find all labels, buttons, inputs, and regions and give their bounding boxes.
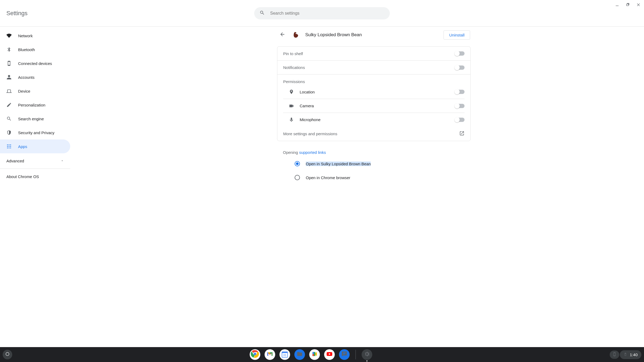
calendar-icon: 31 [281,351,288,358]
radio-open-in-chrome[interactable]: Open in Chrome browser [283,171,465,184]
permission-camera-label: Camera [300,104,450,108]
sidebar-item-label: Personalization [18,103,45,107]
window-minimize-icon[interactable] [614,2,620,7]
launcher-button[interactable] [3,350,12,359]
youtube-icon [326,350,333,359]
sidebar-item-accounts[interactable]: Accounts [0,70,70,84]
permission-camera-toggle[interactable] [455,104,465,108]
svg-point-9 [10,147,11,148]
svg-point-2 [9,145,9,145]
camera-icon [288,103,294,109]
sidebar-item-connected-devices[interactable]: Connected devices [0,56,70,70]
svg-rect-16 [271,352,272,356]
shelf-app-messages[interactable] [339,349,350,360]
svg-point-1 [7,145,8,145]
tray-clock: 1:40 [630,352,638,357]
app-detail-header: Sulky Lopsided Brown Bean Uninstall [277,27,471,43]
person-icon [6,75,12,80]
more-settings-row[interactable]: More settings and permissions [277,126,470,141]
gear-icon [364,351,370,358]
svg-rect-0 [616,6,619,6]
open-external-icon [459,131,465,137]
sidebar-about-label: About Chrome OS [6,174,39,179]
phone-icon [6,61,12,66]
svg-point-4 [7,146,8,147]
permissions-heading: Permissions [277,75,470,84]
microphone-icon [288,117,294,122]
location-icon [288,89,294,94]
permission-microphone-label: Microphone [300,117,450,122]
sidebar-advanced[interactable]: Advanced [0,153,70,169]
radio-icon [295,161,300,166]
permission-location-row: Location [283,85,465,99]
app-icon [292,31,300,39]
notifications-label: Notifications [283,65,455,70]
shelf-app-settings[interactable] [362,349,372,360]
search-icon [260,10,265,17]
sidebar-item-search-engine[interactable]: Search engine [0,112,70,126]
shelf-app-meet[interactable] [309,349,320,360]
search-icon [6,116,12,121]
radio-icon [295,175,300,180]
shelf-app-youtube[interactable] [324,349,335,360]
permission-microphone-toggle[interactable] [455,118,465,122]
radio-open-in-app[interactable]: Open in Sulky Lopsided Brown Bean [283,157,465,171]
back-button[interactable] [277,30,288,40]
sidebar-item-label: Connected devices [18,61,52,66]
shelf-app-files[interactable] [294,349,305,360]
supported-links-link[interactable]: supported links [299,150,326,155]
shelf-app-gmail[interactable] [265,349,275,360]
sidebar-item-label: Search engine [18,117,44,121]
meet-icon [311,351,318,359]
sidebar-item-label: Security and Privacy [18,130,55,135]
sidebar-about[interactable]: About Chrome OS [0,169,70,184]
bluetooth-icon [6,47,12,52]
sidebar-advanced-label: Advanced [6,159,24,163]
sidebar-item-label: Accounts [18,75,35,80]
svg-rect-15 [267,352,268,356]
svg-point-7 [7,147,8,148]
shelf-app-chrome[interactable] [250,349,260,360]
sidebar-item-label: Device [18,89,30,93]
shelf-app-calendar[interactable]: 31 [279,349,290,360]
opening-prefix: Opening [283,150,299,155]
pin-to-shelf-row: Pin to shelf [277,47,470,60]
phone-icon [612,352,617,357]
sidebar: Network Bluetooth Connected devices Acco… [0,27,70,347]
svg-point-6 [10,146,11,147]
sidebar-item-device[interactable]: Device [0,84,70,98]
search-input[interactable] [270,11,384,16]
files-icon [297,351,303,358]
window-close-icon[interactable] [635,2,641,7]
more-settings-label: More settings and permissions [283,131,337,136]
shelf: 31 1:40 [0,347,644,362]
permission-location-toggle[interactable] [455,90,465,94]
sidebar-item-personalization[interactable]: Personalization [0,98,70,112]
app-name: Sulky Lopsided Brown Bean [305,32,439,38]
launcher-circle-icon [5,352,10,357]
laptop-icon [6,88,12,94]
svg-point-5 [9,146,9,147]
sidebar-item-label: Apps [18,144,27,149]
notifications-toggle[interactable] [455,65,465,70]
search-box[interactable] [254,7,390,19]
chrome-icon [251,350,259,359]
sidebar-item-network[interactable]: Network [0,29,70,43]
sidebar-item-apps[interactable]: Apps [0,139,70,153]
notifications-row: Notifications [277,60,470,74]
svg-point-3 [10,145,11,145]
tray-status-area[interactable]: 1:40 [620,350,641,359]
svg-point-10 [296,33,297,34]
permission-camera-row: Camera [283,99,465,113]
pin-to-shelf-toggle[interactable] [455,51,465,56]
apps-grid-icon [6,144,12,149]
uninstall-button[interactable]: Uninstall [444,30,470,40]
tray-phone-hub[interactable] [610,351,619,359]
svg-point-8 [9,147,9,148]
sidebar-item-security[interactable]: Security and Privacy [0,126,70,139]
permission-location-label: Location [300,90,450,94]
sidebar-item-label: Bluetooth [18,47,35,52]
window-restore-icon[interactable] [625,2,631,7]
permission-microphone-row: Microphone [283,113,465,126]
sidebar-item-bluetooth[interactable]: Bluetooth [0,43,70,56]
